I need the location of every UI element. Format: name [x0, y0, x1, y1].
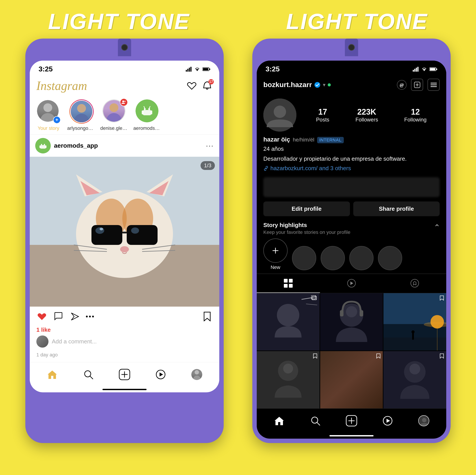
home-icon [47, 370, 58, 379]
following-label: Following [404, 117, 426, 123]
instagram-logo: Instagram [36, 79, 87, 93]
share-profile-button[interactable]: Share profile [353, 202, 440, 216]
grid-photo-3[interactable] [383, 293, 446, 351]
highlight-4[interactable] [378, 246, 402, 270]
tab-tagged[interactable] [383, 274, 446, 293]
svg-marker-71 [350, 281, 353, 285]
story-highlights-subtitle: Keep your favorite stories on your profi… [263, 229, 440, 235]
highlight-2[interactable] [321, 246, 345, 270]
feed-post-menu[interactable]: ··· [206, 141, 214, 150]
story-highlights-row: New [263, 238, 440, 270]
nav-profile[interactable] [189, 367, 204, 382]
add-square-icon [414, 82, 420, 88]
grid-image-3 [383, 293, 446, 351]
header-icons: 17 [186, 80, 213, 91]
left-camera-lens [121, 44, 128, 51]
svg-point-23 [76, 190, 173, 278]
share-button[interactable] [69, 311, 80, 322]
stat-followers[interactable]: 223K Followers [356, 107, 378, 123]
svg-rect-3 [190, 67, 191, 72]
hamburger-icon [431, 83, 437, 87]
photo-grid [257, 293, 446, 408]
grid-photo-1[interactable] [257, 293, 320, 351]
post-likes: 1 like [30, 326, 219, 333]
right-nav-reels[interactable] [380, 413, 395, 428]
svg-rect-5 [203, 68, 208, 70]
tab-grid[interactable] [257, 274, 320, 293]
post-counter: 1/3 [201, 161, 215, 170]
grid-photo-2[interactable] [320, 293, 383, 351]
feed-post-header: aeromods_app ··· [30, 135, 219, 157]
notification-button[interactable]: 17 [202, 80, 213, 91]
comment-avatar [36, 336, 49, 348]
grid-image-5 [320, 351, 383, 408]
story-label-2: arlysongomes... [67, 125, 96, 131]
grid-photo-5[interactable] [320, 351, 383, 408]
comment-placeholder: Add a comment... [52, 338, 97, 345]
right-nav-home[interactable] [272, 413, 287, 428]
add-story-btn[interactable]: + [53, 116, 61, 124]
story-notif-badge [120, 98, 128, 106]
comment-icon [53, 312, 63, 321]
photo-4-save-icon [313, 353, 317, 359]
story-your-story[interactable]: + Your story [34, 99, 63, 131]
nav-add[interactable] [117, 367, 132, 382]
right-nav-search[interactable] [308, 413, 323, 428]
add-content-button[interactable] [411, 79, 423, 91]
new-highlight[interactable]: New [263, 238, 288, 270]
nav-home[interactable] [45, 367, 60, 382]
edit-profile-button[interactable]: Edit profile [263, 202, 350, 216]
profile-username-row: bozkurt.hazarr ▾ [263, 81, 331, 89]
tab-reels[interactable] [320, 274, 383, 293]
post-time: 1 day ago [30, 350, 219, 362]
heart-button[interactable] [186, 80, 197, 91]
posts-label: Posts [316, 117, 329, 123]
nav-reels[interactable] [153, 367, 168, 382]
comment-button[interactable] [53, 311, 64, 322]
feed-post-user[interactable]: aeromods_app [35, 138, 98, 153]
svg-rect-20 [45, 145, 47, 148]
nav-search[interactable] [81, 367, 96, 382]
story-arlysongomes[interactable]: arlysongomes... [67, 99, 96, 131]
profile-tabs [257, 274, 446, 293]
post-image: 1/3 [30, 157, 219, 306]
stat-following[interactable]: 12 Following [404, 107, 426, 123]
save-button[interactable] [202, 311, 213, 322]
signal-icon [186, 67, 192, 72]
bio-link[interactable]: hazarbozkurt.com/ and 3 others [263, 165, 440, 172]
like-button[interactable] [36, 311, 47, 322]
feed-username: aeromods_app [54, 142, 98, 149]
stat-posts[interactable]: 17 Posts [316, 107, 329, 123]
story-aeromods[interactable]: aeromods_app [133, 99, 162, 131]
highlight-1[interactable] [292, 246, 316, 270]
add-highlight-circle [263, 238, 288, 263]
svg-rect-68 [284, 284, 288, 288]
story-avatar-wrap-4 [136, 99, 160, 124]
profile-avatar[interactable] [263, 99, 296, 132]
threads-icon[interactable]: @ [397, 80, 407, 90]
profile-stats-row: 17 Posts 223K Followers 12 Following [257, 94, 446, 136]
more-button[interactable] [86, 316, 94, 317]
profile-header-icons: @ [397, 79, 440, 91]
story-denise[interactable]: denise.glestm... [100, 99, 129, 131]
instagram-header: Instagram 17 [30, 75, 219, 96]
photo-3-save-icon [440, 295, 444, 301]
phones-row: 3:25 [0, 39, 476, 443]
cat-image [30, 157, 219, 306]
dropdown-icon[interactable]: ▾ [323, 82, 325, 88]
svg-point-36 [120, 246, 129, 252]
menu-button[interactable] [427, 79, 440, 91]
highlight-3[interactable] [349, 246, 374, 270]
svg-rect-48 [413, 70, 414, 72]
post-comment-row[interactable]: Add a comment... [30, 333, 219, 350]
grid-photo-6[interactable] [383, 351, 446, 408]
collapse-icon[interactable] [434, 223, 440, 228]
story-avatar-2 [71, 101, 92, 122]
right-nav-add[interactable] [344, 413, 359, 428]
svg-rect-49 [414, 69, 415, 72]
right-nav-profile[interactable] [416, 413, 431, 428]
grid-photo-4[interactable] [257, 351, 320, 408]
left-status-icons [186, 67, 210, 72]
svg-marker-47 [160, 373, 163, 376]
svg-point-74 [277, 304, 299, 326]
